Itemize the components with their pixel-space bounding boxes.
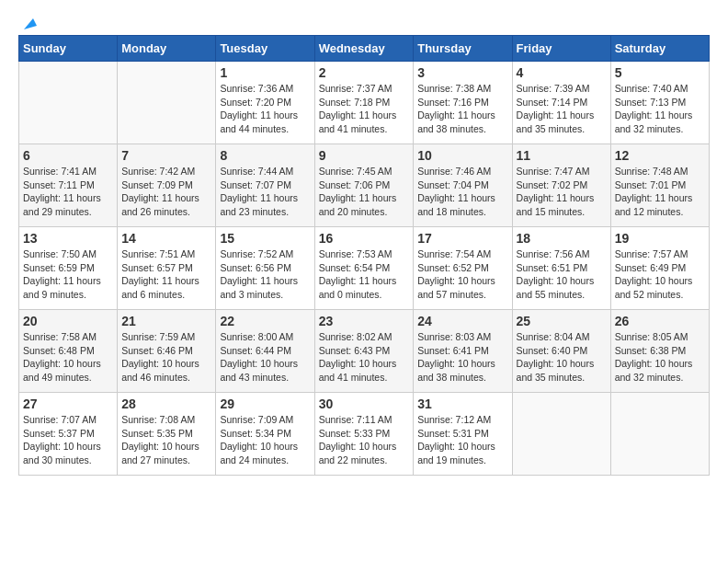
calendar-cell: [118, 62, 216, 144]
day-number: 1: [220, 65, 310, 80]
calendar-cell: 13 Sunrise: 7:50 AMSunset: 6:59 PMDaylig…: [19, 227, 118, 310]
day-info: Sunrise: 7:40 AMSunset: 7:13 PMDaylight:…: [615, 82, 705, 136]
day-info: Sunrise: 7:07 AMSunset: 5:37 PMDaylight:…: [23, 413, 113, 467]
calendar-cell: 1 Sunrise: 7:36 AMSunset: 7:20 PMDayligh…: [216, 62, 314, 144]
calendar-cell: 4 Sunrise: 7:39 AMSunset: 7:14 PMDayligh…: [512, 62, 610, 144]
calendar-cell: 18 Sunrise: 7:56 AMSunset: 6:51 PMDaylig…: [512, 227, 610, 310]
calendar-cell: 26 Sunrise: 8:05 AMSunset: 6:38 PMDaylig…: [610, 310, 709, 393]
logo-arrow-icon: [20, 15, 37, 31]
calendar-week-3: 13 Sunrise: 7:50 AMSunset: 6:59 PMDaylig…: [19, 227, 710, 310]
day-number: 12: [615, 148, 705, 163]
day-info: Sunrise: 7:56 AMSunset: 6:51 PMDaylight:…: [517, 247, 607, 302]
day-info: Sunrise: 7:46 AMSunset: 7:04 PMDaylight:…: [417, 165, 507, 219]
calendar-cell: [512, 393, 610, 476]
day-number: 19: [615, 231, 705, 246]
day-number: 13: [23, 231, 113, 246]
day-info: Sunrise: 8:05 AMSunset: 6:38 PMDaylight:…: [615, 330, 705, 385]
day-info: Sunrise: 8:00 AMSunset: 6:44 PMDaylight:…: [220, 330, 310, 385]
calendar-cell: 19 Sunrise: 7:57 AMSunset: 6:49 PMDaylig…: [610, 227, 709, 310]
day-info: Sunrise: 7:36 AMSunset: 7:20 PMDaylight:…: [220, 82, 310, 136]
day-number: 2: [319, 65, 410, 80]
calendar-cell: 11 Sunrise: 7:47 AMSunset: 7:02 PMDaylig…: [512, 144, 610, 227]
weekday-header-monday: Monday: [118, 36, 216, 62]
day-info: Sunrise: 8:03 AMSunset: 6:41 PMDaylight:…: [417, 330, 507, 385]
day-number: 16: [319, 231, 410, 246]
calendar-cell: 15 Sunrise: 7:52 AMSunset: 6:56 PMDaylig…: [216, 227, 314, 310]
calendar-cell: 3 Sunrise: 7:38 AMSunset: 7:16 PMDayligh…: [414, 62, 512, 144]
day-number: 23: [319, 314, 410, 328]
day-info: Sunrise: 7:45 AMSunset: 7:06 PMDaylight:…: [319, 165, 410, 219]
day-number: 26: [615, 314, 705, 328]
calendar-week-2: 6 Sunrise: 7:41 AMSunset: 7:11 PMDayligh…: [19, 144, 710, 227]
day-info: Sunrise: 7:50 AMSunset: 6:59 PMDaylight:…: [23, 247, 113, 302]
calendar-cell: 30 Sunrise: 7:11 AMSunset: 5:33 PMDaylig…: [314, 393, 414, 476]
day-info: Sunrise: 7:09 AMSunset: 5:34 PMDaylight:…: [220, 413, 310, 467]
weekday-header-friday: Friday: [512, 36, 610, 62]
day-info: Sunrise: 7:52 AMSunset: 6:56 PMDaylight:…: [220, 247, 310, 302]
calendar-cell: 23 Sunrise: 8:02 AMSunset: 6:43 PMDaylig…: [314, 310, 414, 393]
calendar-cell: 27 Sunrise: 7:07 AMSunset: 5:37 PMDaylig…: [19, 393, 118, 476]
day-info: Sunrise: 7:47 AMSunset: 7:02 PMDaylight:…: [517, 165, 607, 219]
calendar-week-1: 1 Sunrise: 7:36 AMSunset: 7:20 PMDayligh…: [19, 62, 710, 144]
calendar-week-4: 20 Sunrise: 7:58 AMSunset: 6:48 PMDaylig…: [19, 310, 710, 393]
day-info: Sunrise: 7:12 AMSunset: 5:31 PMDaylight:…: [417, 413, 507, 467]
weekday-header-saturday: Saturday: [610, 36, 709, 62]
calendar-cell: [19, 62, 118, 144]
day-number: 7: [121, 148, 211, 163]
weekday-header-wednesday: Wednesday: [314, 36, 414, 62]
day-number: 6: [23, 148, 113, 163]
day-number: 4: [517, 65, 607, 80]
calendar-cell: 8 Sunrise: 7:44 AMSunset: 7:07 PMDayligh…: [216, 144, 314, 227]
day-info: Sunrise: 7:08 AMSunset: 5:35 PMDaylight:…: [121, 413, 211, 467]
calendar-cell: 21 Sunrise: 7:59 AMSunset: 6:46 PMDaylig…: [118, 310, 216, 393]
logo: [18, 18, 37, 26]
day-number: 27: [23, 396, 113, 411]
day-number: 8: [220, 148, 310, 163]
calendar-cell: 10 Sunrise: 7:46 AMSunset: 7:04 PMDaylig…: [414, 144, 512, 227]
day-info: Sunrise: 7:41 AMSunset: 7:11 PMDaylight:…: [23, 165, 113, 219]
day-info: Sunrise: 7:51 AMSunset: 6:57 PMDaylight:…: [121, 247, 211, 302]
day-number: 3: [417, 65, 507, 80]
day-info: Sunrise: 7:54 AMSunset: 6:52 PMDaylight:…: [417, 247, 507, 302]
day-number: 10: [417, 148, 507, 163]
day-number: 25: [517, 314, 607, 328]
day-number: 20: [23, 314, 113, 328]
day-info: Sunrise: 7:59 AMSunset: 6:46 PMDaylight:…: [121, 330, 211, 385]
calendar-week-5: 27 Sunrise: 7:07 AMSunset: 5:37 PMDaylig…: [19, 393, 710, 476]
weekday-header-tuesday: Tuesday: [216, 36, 314, 62]
calendar-cell: 24 Sunrise: 8:03 AMSunset: 6:41 PMDaylig…: [414, 310, 512, 393]
day-info: Sunrise: 7:44 AMSunset: 7:07 PMDaylight:…: [220, 165, 310, 219]
day-info: Sunrise: 7:38 AMSunset: 7:16 PMDaylight:…: [417, 82, 507, 136]
day-info: Sunrise: 7:39 AMSunset: 7:14 PMDaylight:…: [517, 82, 607, 136]
day-info: Sunrise: 7:11 AMSunset: 5:33 PMDaylight:…: [319, 413, 410, 467]
calendar-cell: 22 Sunrise: 8:00 AMSunset: 6:44 PMDaylig…: [216, 310, 314, 393]
svg-marker-0: [24, 18, 37, 29]
day-number: 28: [121, 396, 211, 411]
day-number: 30: [319, 396, 410, 411]
calendar-cell: 16 Sunrise: 7:53 AMSunset: 6:54 PMDaylig…: [314, 227, 414, 310]
calendar-table: SundayMondayTuesdayWednesdayThursdayFrid…: [18, 35, 710, 476]
day-number: 18: [517, 231, 607, 246]
day-info: Sunrise: 7:42 AMSunset: 7:09 PMDaylight:…: [121, 165, 211, 219]
day-number: 17: [417, 231, 507, 246]
day-number: 31: [417, 396, 507, 411]
weekday-header-sunday: Sunday: [19, 36, 118, 62]
day-info: Sunrise: 7:57 AMSunset: 6:49 PMDaylight:…: [615, 247, 705, 302]
day-info: Sunrise: 7:48 AMSunset: 7:01 PMDaylight:…: [615, 165, 705, 219]
day-number: 24: [417, 314, 507, 328]
day-number: 21: [121, 314, 211, 328]
day-info: Sunrise: 7:37 AMSunset: 7:18 PMDaylight:…: [319, 82, 410, 136]
calendar-cell: 14 Sunrise: 7:51 AMSunset: 6:57 PMDaylig…: [118, 227, 216, 310]
calendar-cell: 7 Sunrise: 7:42 AMSunset: 7:09 PMDayligh…: [118, 144, 216, 227]
calendar-cell: 20 Sunrise: 7:58 AMSunset: 6:48 PMDaylig…: [19, 310, 118, 393]
day-number: 29: [220, 396, 310, 411]
day-number: 14: [121, 231, 211, 246]
calendar-cell: 6 Sunrise: 7:41 AMSunset: 7:11 PMDayligh…: [19, 144, 118, 227]
calendar-cell: 17 Sunrise: 7:54 AMSunset: 6:52 PMDaylig…: [414, 227, 512, 310]
calendar-cell: 5 Sunrise: 7:40 AMSunset: 7:13 PMDayligh…: [610, 62, 709, 144]
day-info: Sunrise: 7:53 AMSunset: 6:54 PMDaylight:…: [319, 247, 410, 302]
day-number: 15: [220, 231, 310, 246]
day-info: Sunrise: 7:58 AMSunset: 6:48 PMDaylight:…: [23, 330, 113, 385]
day-info: Sunrise: 8:04 AMSunset: 6:40 PMDaylight:…: [517, 330, 607, 385]
calendar-header-row: SundayMondayTuesdayWednesdayThursdayFrid…: [19, 36, 710, 62]
